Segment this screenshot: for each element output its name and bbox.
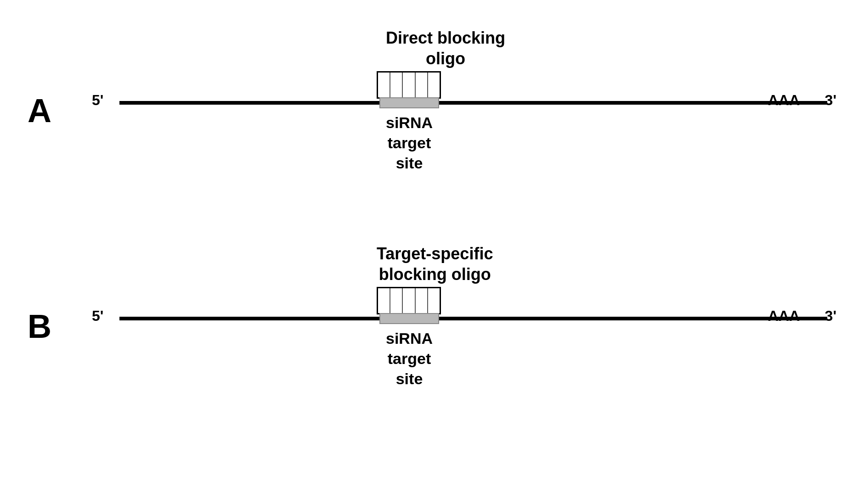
mrna-line-b (119, 317, 827, 320)
blocking-oligo-b (377, 287, 441, 314)
label-3prime-a: 3' (825, 92, 836, 109)
sirna-target-label-b: siRNA target site (379, 328, 439, 389)
diagram-container: A Direct blocking oligo 5' AAA 3' siRNA … (0, 0, 864, 504)
panel-label-a: A (28, 92, 51, 129)
sirna-target-box-b (379, 313, 439, 324)
direct-blocking-label: Direct blocking oligo (386, 28, 505, 69)
target-specific-label: Target-specific blocking oligo (377, 243, 493, 285)
label-5prime-a: 5' (92, 92, 103, 109)
label-5prime-b: 5' (92, 308, 103, 325)
sirna-target-label-a: siRNA target site (379, 112, 439, 174)
label-3prime-b: 3' (825, 308, 836, 325)
mrna-line-a (119, 101, 827, 105)
sirna-target-box-a (379, 97, 439, 108)
panel-a: A Direct blocking oligo 5' AAA 3' siRNA … (0, 28, 864, 202)
label-aaa-a: AAA (768, 92, 800, 109)
panel-b: B Target-specific blocking oligo 5' AAA … (0, 243, 864, 418)
label-aaa-b: AAA (768, 308, 800, 325)
blocking-oligo-a (377, 71, 441, 99)
panel-label-b: B (28, 308, 51, 345)
